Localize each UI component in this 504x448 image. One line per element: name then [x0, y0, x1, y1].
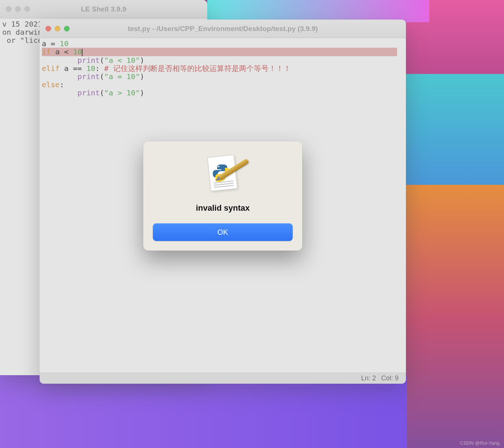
watermark: CSDN @Rui-Yang	[460, 440, 500, 446]
zoom-icon[interactable]	[64, 26, 70, 31]
status-col: Col: 9	[381, 374, 399, 382]
error-dialog: invalid syntax OK	[143, 141, 302, 251]
editor-titlebar[interactable]: test.py - /Users/CPP_Environment/Desktop…	[40, 20, 406, 38]
shell-title: LE Shell 3.9.9	[0, 5, 207, 13]
editor-title: test.py - /Users/CPP_Environment/Desktop…	[40, 25, 406, 33]
ok-button[interactable]: OK	[153, 223, 293, 241]
close-icon[interactable]	[6, 6, 11, 12]
text-cursor	[82, 49, 83, 56]
status-line: Ln: 2	[361, 374, 376, 382]
editor-statusbar: Ln: 2 Col: 9	[40, 373, 406, 384]
idle-document-pen-icon	[202, 154, 243, 194]
dialog-message: invalid syntax	[196, 203, 250, 213]
minimize-icon[interactable]	[55, 26, 60, 31]
syntax-error-highlight: if a < 10	[42, 48, 397, 56]
zoom-icon[interactable]	[24, 6, 30, 12]
shell-titlebar[interactable]: LE Shell 3.9.9	[0, 0, 207, 18]
svg-point-0	[218, 166, 219, 167]
minimize-icon[interactable]	[15, 6, 21, 12]
close-icon[interactable]	[46, 26, 51, 31]
